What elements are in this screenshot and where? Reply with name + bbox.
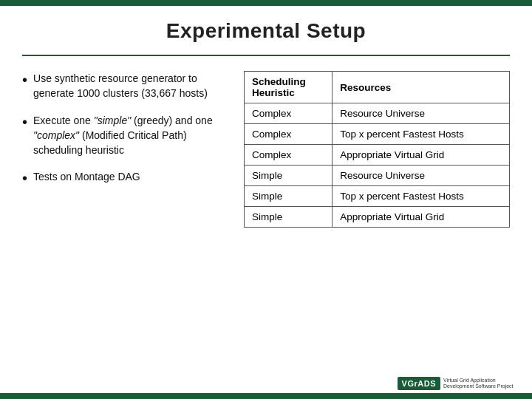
table-cell-3-0: Simple [245, 166, 332, 186]
table-cell-3-1: Resource Universe [332, 166, 510, 186]
data-table: SchedulingHeuristic Resources ComplexRes… [244, 71, 510, 228]
bullet-dot-3: • [22, 168, 27, 189]
table-cell-0-1: Resource Universe [332, 103, 510, 124]
bullet-text-1: Use synthetic resource generator to gene… [33, 71, 229, 101]
logo-subtitle: Virtual Grid Application Development Sof… [443, 378, 517, 390]
bullets-section: • Use synthetic resource generator to ge… [22, 71, 229, 228]
table-row: SimpleAppropriate Virtual Grid [245, 207, 510, 228]
logo-name: VGrADS [402, 379, 436, 388]
content-area: • Use synthetic resource generator to ge… [0, 56, 532, 235]
logo-area: VGrADS Virtual Grid Application Developm… [398, 377, 517, 390]
bullet-dot-2: • [22, 112, 27, 133]
table-section: SchedulingHeuristic Resources ComplexRes… [244, 71, 510, 228]
page-title: Experimental Setup [0, 19, 532, 43]
table-cell-4-0: Simple [245, 186, 332, 207]
title-section: Experimental Setup [0, 6, 532, 50]
table-cell-5-0: Simple [245, 207, 332, 228]
bullet-item-2: • Execute one "simple" (greedy) and one … [22, 113, 229, 158]
table-cell-0-0: Complex [245, 103, 332, 124]
table-row: ComplexAppropriate Virtual Grid [245, 145, 510, 166]
bullet-item-1: • Use synthetic resource generator to ge… [22, 71, 229, 101]
bullet-text-3: Tests on Montage DAG [33, 169, 140, 184]
table-header-row: SchedulingHeuristic Resources [245, 72, 510, 103]
top-bar [0, 0, 532, 6]
logo-box: VGrADS [398, 377, 440, 390]
bottom-bar [0, 393, 532, 399]
table-cell-1-0: Complex [245, 124, 332, 145]
table-row: SimpleResource Universe [245, 166, 510, 186]
table-cell-4-1: Top x percent Fastest Hosts [332, 186, 510, 207]
table-row: ComplexTop x percent Fastest Hosts [245, 124, 510, 145]
bullet-text-2: Execute one "simple" (greedy) and one "c… [33, 113, 229, 158]
table-row: ComplexResource Universe [245, 103, 510, 124]
col-header-resources: Resources [332, 72, 510, 103]
col-header-heuristic: SchedulingHeuristic [245, 72, 332, 103]
table-cell-2-1: Appropriate Virtual Grid [332, 145, 510, 166]
table-cell-1-1: Top x percent Fastest Hosts [332, 124, 510, 145]
bullet-dot-1: • [22, 69, 27, 91]
table-row: SimpleTop x percent Fastest Hosts [245, 186, 510, 207]
table-cell-5-1: Appropriate Virtual Grid [332, 207, 510, 228]
table-cell-2-0: Complex [245, 145, 332, 166]
bullet-item-3: • Tests on Montage DAG [22, 169, 229, 189]
